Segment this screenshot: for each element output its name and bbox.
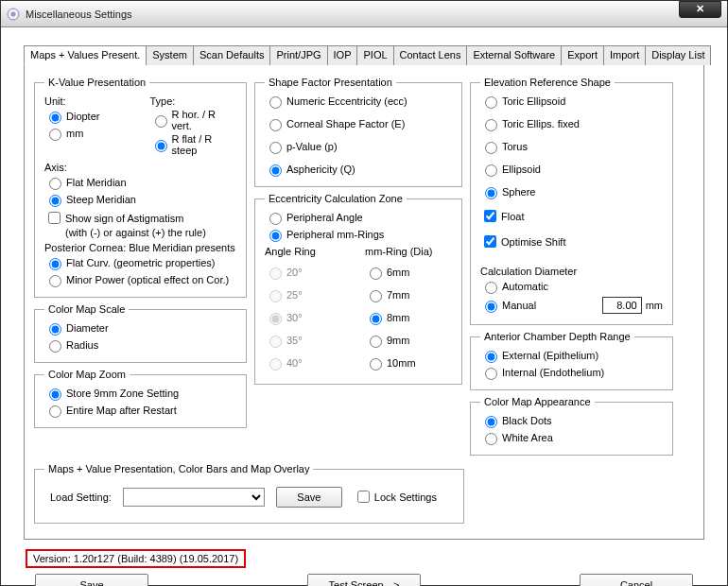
calc-auto[interactable]: Automatic	[480, 279, 663, 294]
mmring-9mm[interactable]: 9mm	[365, 333, 452, 348]
mmring-7mm[interactable]: 7mm	[365, 287, 452, 302]
posterior-title: Posterior Cornea: Blue Meridian presents	[44, 242, 236, 253]
kvalue-group: K-Value Presentation Unit: Diopter mm Ty…	[34, 77, 247, 298]
tab-external-software[interactable]: External Software	[466, 45, 562, 65]
tab-piol[interactable]: PIOL	[356, 45, 393, 65]
shape-q[interactable]: Asphericity (Q)	[265, 162, 452, 177]
mmring-8mm[interactable]: 8mm	[365, 310, 452, 325]
cmz-group: Color Map Zoom Store 9mm Zone Setting En…	[34, 369, 247, 428]
type-hv[interactable]: R hor. / R vert.	[150, 109, 237, 131]
shape-legend: Shape Factor Presentation	[265, 77, 396, 88]
elev-tef[interactable]: Toric Ellips. fixed	[480, 116, 663, 131]
tab-iop[interactable]: IOP	[327, 45, 358, 65]
angle-35[interactable]: 35°	[265, 333, 352, 348]
angle-30[interactable]: 30°	[265, 310, 352, 325]
tab-maps-values-present-[interactable]: Maps + Values Present.	[24, 45, 147, 65]
tab-panel: K-Value Presentation Unit: Diopter mm Ty…	[24, 65, 704, 540]
titlebar: Miscellaneous Settings ✕	[1, 1, 727, 27]
shape-e[interactable]: Corneal Shape Factor (E)	[265, 116, 452, 131]
shape-group: Shape Factor Presentation Numeric Eccent…	[254, 77, 462, 187]
elev-sphere[interactable]: Sphere	[480, 184, 663, 199]
mapsbar-group: Maps + Value Presentation, Color Bars an…	[34, 463, 464, 524]
calc-label: Calculation Diameter	[480, 266, 663, 277]
angle-20[interactable]: 20°	[265, 265, 352, 280]
load-label: Load Setting:	[50, 491, 112, 503]
cmz-legend: Color Map Zoom	[44, 369, 130, 380]
cancel-button[interactable]: Cancel	[580, 574, 693, 586]
type-fs[interactable]: R flat / R steep	[150, 133, 237, 156]
tab-import[interactable]: Import	[603, 45, 646, 65]
elev-te[interactable]: Toric Ellipsoid	[480, 94, 663, 109]
elev-ell[interactable]: Ellipsoid	[480, 162, 663, 177]
mm-unit: mm	[646, 300, 663, 311]
elev-legend: Elevation Reference Shape	[480, 77, 615, 88]
shape-p[interactable]: p-Value (p)	[265, 139, 452, 154]
elev-float[interactable]: Float	[480, 207, 663, 225]
angle-40[interactable]: 40°	[265, 355, 352, 371]
eccz-angle[interactable]: Peripheral Angle	[265, 210, 452, 225]
tab-export[interactable]: Export	[561, 45, 604, 65]
calc-manual[interactable]: Manual	[480, 298, 598, 313]
cms-diameter[interactable]: Diameter	[44, 320, 236, 336]
mapsbar-save-button[interactable]: Save	[276, 487, 342, 508]
load-setting-combo[interactable]	[123, 488, 265, 507]
show-sign-check[interactable]: Show sign of Astigmatism	[44, 209, 236, 227]
tab-scan-defaults[interactable]: Scan Defaults	[193, 45, 270, 65]
angle-head: Angle Ring	[265, 246, 352, 257]
cmz-entire[interactable]: Entire Map after Restart	[44, 403, 236, 418]
tab-system[interactable]: System	[146, 45, 194, 65]
manual-value-input[interactable]	[602, 297, 642, 314]
mm-head: mm-Ring (Dia)	[365, 246, 452, 257]
eccz-group: Eccentricity Calculation Zone Peripheral…	[254, 193, 462, 385]
sign-note: (with (-) or against (+) the rule)	[65, 227, 236, 238]
cmz-store[interactable]: Store 9mm Zone Setting	[44, 386, 236, 401]
shape-ecc[interactable]: Numeric Eccentricity (ecc)	[265, 94, 452, 109]
cma-legend: Color Map Appearance	[480, 396, 595, 407]
app-icon	[7, 8, 20, 21]
cms-legend: Color Map Scale	[44, 303, 129, 315]
mapsbar-legend: Maps + Value Presentation, Color Bars an…	[44, 463, 313, 474]
mmring-6mm[interactable]: 6mm	[365, 265, 452, 280]
acdr-int[interactable]: Internal (Endothelium)	[480, 365, 663, 380]
post-minor[interactable]: Minor Power (optical effect on Cor.)	[44, 272, 236, 287]
cma-group: Color Map Appearance Black Dots White Ar…	[470, 396, 673, 456]
cma-white[interactable]: White Area	[480, 430, 663, 445]
close-button[interactable]: ✕	[679, 1, 721, 18]
tab-bar: Maps + Values Present.SystemScan Default…	[24, 44, 704, 65]
cms-radius[interactable]: Radius	[44, 337, 236, 353]
eccz-mm[interactable]: Peripheral mm-Rings	[265, 227, 452, 242]
window-title: Miscellaneous Settings	[26, 9, 721, 20]
save-button[interactable]: Save	[35, 574, 148, 586]
elev-torus[interactable]: Torus	[480, 139, 663, 154]
content-area: Maps + Values Present.SystemScan Default…	[1, 27, 727, 586]
mm-list: 6mm7mm8mm9mm10mm	[365, 263, 452, 376]
axis-steep[interactable]: Steep Meridian	[44, 192, 236, 207]
tab-contact-lens[interactable]: Contact Lens	[393, 45, 468, 65]
axis-flat[interactable]: Flat Meridian	[44, 175, 236, 190]
type-label: Type:	[150, 95, 237, 107]
settings-window: Miscellaneous Settings ✕ Maps + Values P…	[0, 0, 728, 586]
kvalue-legend: K-Value Presentation	[44, 77, 149, 88]
version-box: Version: 1.20r127 (Build: 4389) (19.05.2…	[26, 549, 246, 568]
eccz-legend: Eccentricity Calculation Zone	[265, 193, 407, 204]
unit-diopter[interactable]: Diopter	[44, 109, 131, 124]
mmring-10mm[interactable]: 10mm	[365, 355, 452, 371]
acdr-legend: Anterior Chamber Depth Range	[480, 331, 634, 342]
cma-black[interactable]: Black Dots	[480, 413, 663, 428]
test-screen-button[interactable]: Test Screen -->	[307, 574, 421, 586]
unit-mm[interactable]: mm	[44, 126, 131, 141]
angle-list: 20°25°30°35°40°	[265, 263, 352, 376]
elev-group: Elevation Reference Shape Toric Ellipsoi…	[470, 77, 673, 325]
footer: Save Test Screen --> Cancel	[24, 568, 704, 586]
elev-optshift[interactable]: Optimise Shift	[480, 233, 663, 250]
svg-point-1	[11, 11, 16, 16]
acdr-ext[interactable]: External (Epithelium)	[480, 348, 663, 363]
axis-label: Axis:	[44, 162, 236, 173]
tab-print-jpg[interactable]: Print/JPG	[269, 45, 327, 65]
post-flat[interactable]: Flat Curv. (geometric properties)	[44, 255, 236, 270]
angle-25[interactable]: 25°	[265, 287, 352, 302]
tab-display-list[interactable]: Display List	[645, 45, 711, 65]
cms-group: Color Map Scale Diameter Radius	[34, 303, 247, 363]
lock-settings-check[interactable]: Lock Settings	[354, 488, 437, 506]
unit-label: Unit:	[44, 95, 131, 107]
